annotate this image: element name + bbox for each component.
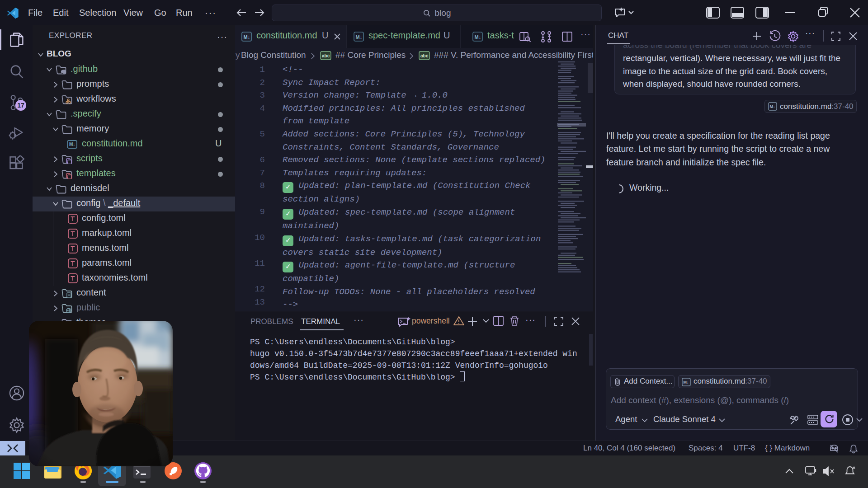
svg-text:M↓: M↓ bbox=[244, 34, 250, 40]
svg-text:M↓: M↓ bbox=[69, 142, 75, 147]
svg-text:M↓: M↓ bbox=[356, 34, 363, 40]
svg-text:M↓: M↓ bbox=[684, 380, 689, 385]
svg-text:M↓: M↓ bbox=[770, 104, 775, 109]
svg-text:abc: abc bbox=[322, 53, 330, 58]
svg-text:M↓: M↓ bbox=[475, 34, 481, 40]
svg-text:abc: abc bbox=[420, 53, 429, 58]
